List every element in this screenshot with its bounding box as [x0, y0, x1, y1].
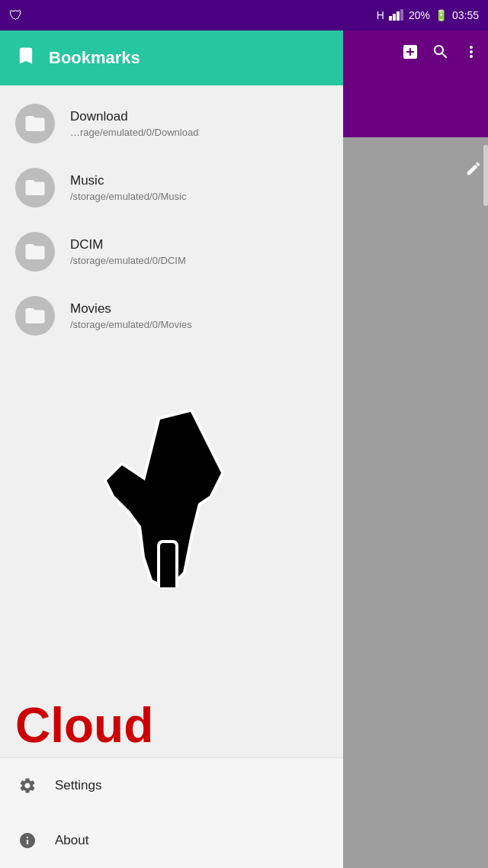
cloud-label: Cloud — [15, 698, 153, 753]
more-options-icon[interactable] — [462, 43, 480, 66]
right-panel-top — [343, 31, 488, 137]
bookmark-path-music: /storage/emulated/0/Music — [70, 191, 186, 202]
bottom-menu: Settings About — [0, 758, 343, 868]
clock: 03:55 — [452, 9, 479, 21]
shield-icon: 🛡 — [9, 8, 23, 24]
bookmark-name-dcim: DCIM — [70, 237, 186, 252]
right-panel — [343, 31, 488, 868]
signal-bars — [389, 8, 404, 23]
sidebar-header: Bookmarks — [0, 31, 343, 85]
sidebar: Bookmarks Download …rage/emulated/0/Down… — [0, 31, 343, 868]
edit-icon[interactable] — [465, 160, 482, 182]
main-layout: Bookmarks Download …rage/emulated/0/Down… — [0, 31, 488, 868]
bookmark-item-dcim[interactable]: DCIM /storage/emulated/0/DCIM — [0, 220, 343, 284]
header-title: Bookmarks — [49, 48, 140, 68]
svg-rect-3 — [400, 9, 403, 21]
search-icon[interactable] — [432, 43, 450, 66]
add-tab-icon[interactable] — [401, 43, 419, 66]
info-icon — [15, 828, 40, 853]
bookmark-name-download: Download — [70, 109, 198, 124]
bookmark-path-movies: /storage/emulated/0/Movies — [70, 319, 192, 330]
folder-icon-download — [15, 104, 55, 143]
settings-label: Settings — [55, 778, 101, 793]
svg-rect-1 — [393, 14, 396, 21]
folder-icon-dcim — [15, 232, 55, 272]
bookmark-path-download: …rage/emulated/0/Download — [70, 127, 198, 138]
folder-icon-music — [15, 168, 55, 207]
svg-rect-0 — [389, 16, 392, 21]
battery-icon: 🔋 — [435, 9, 448, 21]
bookmark-path-dcim: /storage/emulated/0/DCIM — [70, 255, 186, 266]
bookmark-item-download[interactable]: Download …rage/emulated/0/Download — [0, 92, 343, 156]
bookmark-item-movies[interactable]: Movies /storage/emulated/0/Movies — [0, 284, 343, 348]
bookmark-name-music: Music — [70, 173, 186, 188]
status-bar: 🛡 H 20% 🔋 03:55 — [0, 0, 488, 31]
about-menu-item[interactable]: About — [0, 813, 343, 868]
bookmark-icon — [15, 45, 37, 72]
svg-rect-2 — [396, 11, 400, 21]
cloud-area: Cloud — [0, 686, 343, 757]
right-panel-body — [343, 137, 488, 868]
settings-icon — [15, 773, 40, 798]
signal-type: H — [377, 9, 384, 21]
bookmark-item-music[interactable]: Music /storage/emulated/0/Music — [0, 156, 343, 220]
about-label: About — [55, 833, 88, 848]
bookmark-name-movies: Movies — [70, 301, 192, 317]
folder-icon-movies — [15, 296, 55, 336]
settings-menu-item[interactable]: Settings — [0, 758, 343, 813]
bookmarks-list: Download …rage/emulated/0/Download Music… — [0, 85, 343, 686]
battery-level: 20% — [409, 9, 430, 21]
scrollbar[interactable] — [483, 145, 488, 206]
